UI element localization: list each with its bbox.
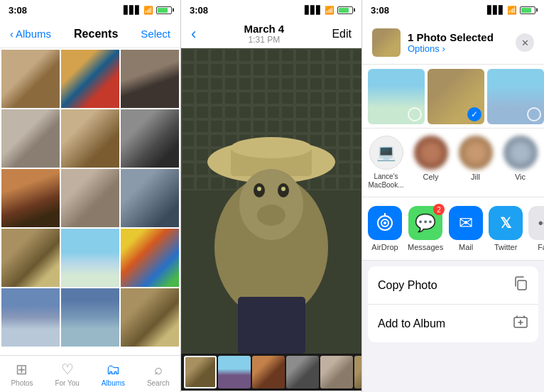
wifi-icon-3: 📶 [507,6,517,15]
twitter-label: Twitter [494,243,517,251]
photo-cell[interactable] [1,229,60,287]
share-strip-photo[interactable]: ✓ [428,69,484,124]
copy-photo-label: Copy Photo [378,279,437,292]
messages-badge: 2 [433,204,445,215]
svg-point-7 [231,137,312,158]
status-bar-1: 3:08 ▋▋▋ 📶 [0,0,180,20]
contact-item-lance[interactable]: 💻 Lance'sMacBook... [368,136,404,190]
photo-cell[interactable] [121,50,179,108]
contact-avatar-lance: 💻 [369,136,403,170]
strip-thumb[interactable] [184,356,217,388]
more-app-icon: ••• [528,206,544,240]
app-item-mail[interactable]: ✉ Mail [449,206,483,251]
contact-item-jill[interactable]: Jill [457,136,494,190]
photo-cell[interactable] [61,169,119,227]
tab-bar: ⊞ Photos ♡ For You 🗂 Albums ⌕ Search [0,355,180,392]
main-photo[interactable] [181,48,361,354]
albums-back-button[interactable]: ‹ Albums [10,28,51,40]
panel-share-sheet: 3:08 ▋▋▋ 📶 1 Photo Selected Options › ✕ [362,0,544,392]
photo-grid [0,48,180,348]
copy-photo-button[interactable]: Copy Photo [368,266,538,305]
photo-cell[interactable] [121,288,179,347]
for-you-tab-label: For You [55,379,79,387]
photo-cell[interactable] [121,109,179,168]
contact-avatar-vic [504,136,538,170]
copy-photo-icon [513,276,528,295]
share-info: 1 Photo Selected Options › [408,31,494,54]
messages-icon: 💬 2 [408,206,442,240]
tab-for-you[interactable]: ♡ For You [55,361,79,387]
battery-icon [156,6,172,14]
add-to-album-button[interactable]: Add to Album [368,305,538,342]
contact-item-cely[interactable]: Cely [413,136,449,190]
photo-cell[interactable] [121,229,179,287]
wifi-icon-2: 📶 [325,6,334,15]
battery-icon-2 [337,6,353,14]
messages-label: Messages [408,243,443,251]
signal-icon-2: ▋▋▋ [305,6,322,15]
albums-tab-icon: 🗂 [106,361,120,378]
contact-item-vic[interactable]: Vic [502,136,538,190]
close-button[interactable]: ✕ [516,33,534,52]
photo-cell[interactable] [61,109,119,168]
add-to-album-icon [513,314,528,333]
iguana-svg [181,48,361,354]
options-button[interactable]: Options › [408,43,494,54]
svg-point-13 [257,205,285,226]
app-item-messages[interactable]: 💬 2 Messages [408,206,443,251]
share-strip-photo[interactable] [368,69,425,124]
strip-thumb[interactable] [320,356,353,388]
contacts-row: 💻 Lance'sMacBook... Cely Jill Vic [362,129,544,197]
select-circle [527,107,541,121]
select-button[interactable]: Select [141,28,170,40]
share-photo-strip: ✓ [362,65,544,129]
strip-thumb[interactable] [218,356,251,388]
edit-button[interactable]: Edit [332,28,352,40]
photo-nav-center: March 4 1:31 PM [244,23,285,45]
svg-rect-14 [238,297,305,354]
tab-photos[interactable]: ⊞ Photos [11,361,33,387]
photo-cell[interactable] [1,169,60,227]
svg-point-11 [257,187,261,191]
strip-thumb[interactable] [354,356,361,388]
svg-point-12 [281,187,285,191]
tab-search[interactable]: ⌕ Search [147,361,170,387]
svg-rect-19 [518,281,526,290]
share-thumbnail [372,28,401,57]
photo-cell[interactable] [61,288,119,347]
airdrop-svg [375,213,395,233]
panel-photos: 3:08 ▋▋▋ 📶 ‹ Albums Recents Select [0,0,181,392]
status-time-2: 3:08 [190,5,208,16]
strip-thumb[interactable] [286,356,319,388]
photo-cell[interactable] [1,109,60,168]
close-icon: ✕ [521,38,529,48]
mail-label: Mail [459,243,473,251]
tab-albums[interactable]: 🗂 Albums [102,361,125,387]
share-count-label: 1 Photo Selected [408,31,494,43]
strip-thumb[interactable] [252,356,285,388]
chevron-left-icon: ‹ [10,28,13,40]
svg-point-17 [383,222,386,224]
app-item-twitter[interactable]: 𝕏 Twitter [489,206,523,251]
airdrop-label: AirDrop [371,243,398,251]
signal-icon-3: ▋▋▋ [487,6,504,15]
photo-time: 1:31 PM [244,35,285,45]
photo-cell[interactable] [121,169,179,227]
photo-cell[interactable] [1,288,60,347]
app-item-more[interactable]: ••• Fa... [528,206,544,251]
status-icons-1: ▋▋▋ 📶 [124,6,172,15]
albums-tab-label: Albums [102,379,125,387]
status-icons-2: ▋▋▋ 📶 [305,6,353,15]
share-strip-photo[interactable] [487,69,544,124]
photo-cell[interactable] [1,50,60,108]
recents-title: Recents [74,28,118,40]
photos-tab-icon: ⊞ [16,361,28,378]
photo-cell[interactable] [61,229,119,287]
photo-cell[interactable] [61,50,119,108]
photo-back-button[interactable]: ‹ [191,25,196,43]
share-header-left: 1 Photo Selected Options › [372,28,494,57]
status-bar-3: 3:08 ▋▋▋ 📶 [362,0,544,20]
photo-strip[interactable] [181,354,361,391]
options-label: Options › [408,43,445,54]
app-item-airdrop[interactable]: AirDrop [368,206,402,251]
